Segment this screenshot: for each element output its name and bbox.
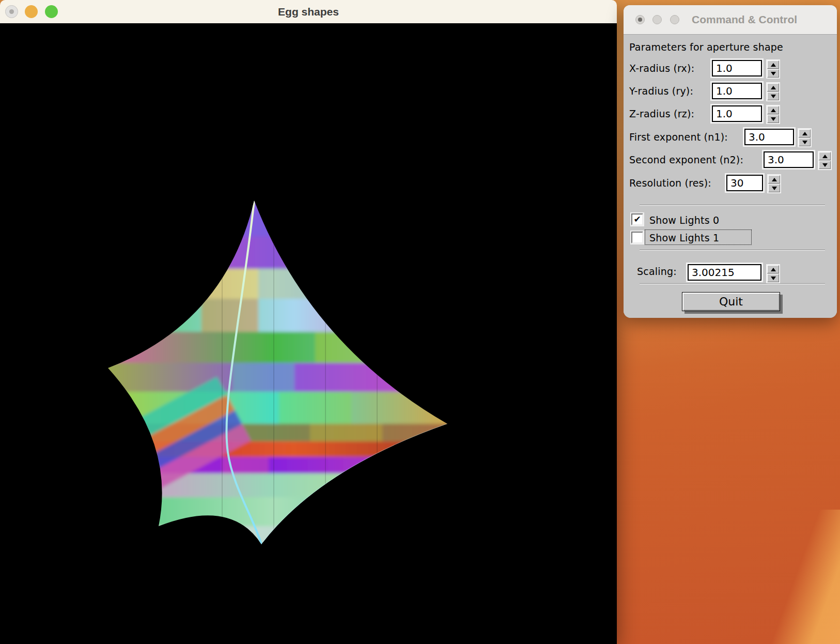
spin-up-button[interactable] [767,60,779,69]
spin-down-icon [772,187,777,190]
spin-down-button[interactable] [767,274,779,282]
resolution-label: Resolution (res): [629,177,711,189]
z-radius-input[interactable] [712,105,762,122]
check-icon: ✔ [633,214,641,224]
superellipsoid-render [0,23,617,644]
spin-up-icon [771,63,776,67]
show-lights-0-checkbox[interactable]: ✔ [631,213,643,225]
spin-up-icon [772,178,777,181]
separator [640,205,825,206]
spin-up-button[interactable] [767,83,779,91]
n1-spinner [799,129,811,146]
spin-down-icon [771,95,776,98]
close-button[interactable] [635,15,645,24]
cc-titlebar: Command & Control [624,5,837,35]
x-radius-input[interactable] [712,60,762,76]
show-lights-0-label[interactable]: Show Lights 0 [649,214,719,226]
minimize-button[interactable] [652,15,662,24]
section-heading: Parameters for aperture shape [629,41,783,53]
cc-content: Parameters for aperture shape X-radius (… [624,35,837,318]
spin-up-button[interactable] [768,175,780,183]
n2-spinner [819,152,831,169]
spin-up-icon [802,132,807,135]
spin-down-icon [771,117,776,121]
spin-down-button[interactable] [767,115,779,123]
resolution-input[interactable] [726,175,763,191]
spin-down-button[interactable] [819,161,831,169]
quit-button[interactable]: Quit [682,292,780,311]
separator [640,283,825,284]
screen: Egg shapes [0,0,840,644]
spin-down-icon [771,277,776,280]
window-title: Command & Control [692,5,797,34]
window-title: Egg shapes [0,0,617,23]
spin-up-icon [822,155,828,158]
show-lights-1-label[interactable]: Show Lights 1 [649,232,719,243]
spin-up-icon [771,268,776,271]
x-radius-label: X-radius (rx): [629,63,694,74]
scaling-spinner [767,265,779,282]
n1-label: First exponent (n1): [629,131,728,143]
egg-shapes-window: Egg shapes [0,0,617,644]
z-radius-label: Z-radius (rz): [629,108,694,119]
show-lights-1-checkbox[interactable] [631,232,643,243]
spin-down-icon [802,141,807,144]
spin-down-icon [771,72,776,75]
command-control-window: Command & Control Parameters for apertur… [624,5,837,318]
egg-titlebar: Egg shapes [0,0,617,23]
y-radius-input[interactable] [712,83,762,99]
close-dot-icon [638,18,642,22]
gl-viewport[interactable] [0,23,617,644]
spin-up-button[interactable] [767,265,779,273]
desktop-corner-glow [685,510,840,644]
y-radius-label: Y-radius (ry): [629,85,693,97]
n1-input[interactable] [744,129,794,145]
spin-up-button[interactable] [799,129,811,137]
scaling-input[interactable] [688,264,761,281]
y-radius-spinner [767,83,779,100]
z-radius-spinner [767,106,779,123]
spin-up-icon [771,86,776,89]
n2-label: Second exponent (n2): [629,154,743,165]
spin-down-button[interactable] [768,184,780,192]
zoom-button[interactable] [670,15,679,24]
resolution-spinner [768,175,780,192]
n2-input[interactable] [764,151,814,168]
spin-down-icon [822,163,828,167]
spin-up-button[interactable] [767,106,779,114]
spin-up-icon [771,109,776,112]
x-radius-spinner [767,60,779,78]
spin-down-button[interactable] [767,92,779,100]
spin-up-button[interactable] [819,152,831,160]
scaling-label: Scaling: [637,266,677,277]
separator [640,250,825,251]
spin-down-button[interactable] [799,138,811,146]
spin-down-button[interactable] [767,69,779,78]
